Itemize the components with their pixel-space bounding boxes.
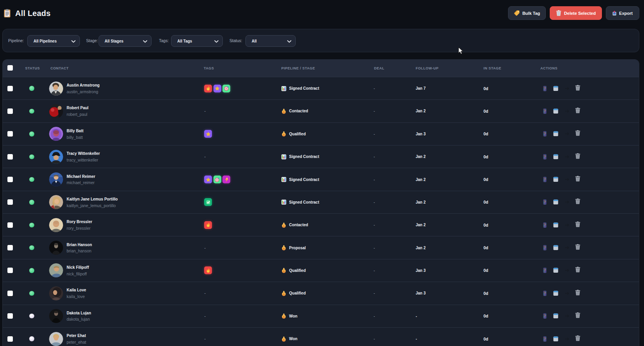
svg-text:$: $ [283, 247, 285, 250]
svg-text:$: $ [283, 338, 285, 341]
svg-text:$: $ [283, 133, 285, 136]
svg-text:$: $ [283, 270, 285, 273]
svg-text:$: $ [283, 110, 285, 113]
svg-text:$: $ [283, 224, 285, 227]
svg-text:$: $ [283, 293, 285, 295]
svg-text:$: $ [283, 315, 285, 318]
